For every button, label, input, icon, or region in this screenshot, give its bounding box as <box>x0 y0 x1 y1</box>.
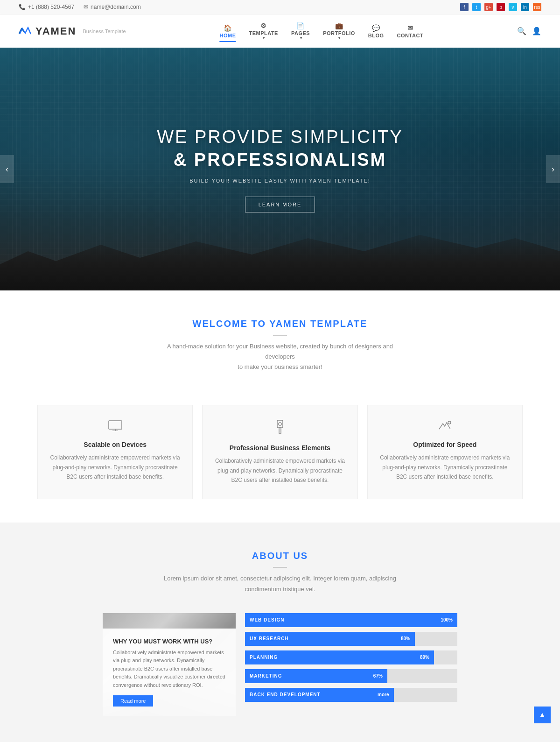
skill-name-0: WEB DESIGN <box>250 617 284 622</box>
svg-point-6 <box>448 421 451 424</box>
welcome-desc-line1: A hand-made solution for your Business w… <box>167 343 393 360</box>
nav-blog[interactable]: 💬 BLOG <box>363 21 390 41</box>
blog-icon: 💬 <box>372 24 380 32</box>
skill-name-1: UX RESEARCH <box>250 636 289 641</box>
about-desc-line2: condimentum tristique vel. <box>245 586 315 593</box>
social-icons: f t g+ p v in rss <box>460 3 541 11</box>
search-icon[interactable]: 🔍 <box>517 27 526 35</box>
vimeo-icon[interactable]: v <box>509 3 517 11</box>
email-address: name@domain.com <box>91 4 141 10</box>
feature-title-1: Professional Business Elements <box>214 444 346 452</box>
rss-icon[interactable]: rss <box>533 3 541 11</box>
hero-title-line1: WE PROVIDE SIMPLICITY <box>157 127 403 147</box>
skill-fill-2: PLANNING 89% <box>245 650 434 664</box>
about-description: Lorem ipsum dolor sit amet, consectetur … <box>159 573 401 594</box>
scroll-to-top-button[interactable]: ▲ <box>534 707 551 723</box>
linkedin-icon[interactable]: in <box>521 3 529 11</box>
hero-section: ‹ › WE PROVIDE SIMPLICITY & PROFESSIONAL… <box>0 48 560 290</box>
about-card: WHY YOU MUST WORK WITH US? Collaborative… <box>103 629 236 716</box>
skill-pct-0: 100% <box>441 617 453 622</box>
pages-icon: 📄 <box>296 22 305 29</box>
header: YAMEN Business Template 🏠 HOME ⚙ TEMPLAT… <box>0 14 560 48</box>
svg-rect-0 <box>109 421 122 429</box>
email-contact: ✉ name@domain.com <box>84 4 141 10</box>
about-header: ABOUT US Lorem ipsum dolor sit amet, con… <box>19 551 541 594</box>
svg-point-4 <box>279 423 281 425</box>
about-desc-line1: Lorem ipsum dolor sit amet, consectetur … <box>164 575 396 582</box>
skill-fill-1: UX RESEARCH 80% <box>245 632 415 646</box>
read-more-button[interactable]: Read more <box>113 695 153 707</box>
skill-backend: BACK END DEVELOPMENT more <box>245 688 457 702</box>
hero-prev-arrow[interactable]: ‹ <box>0 155 14 183</box>
about-skills: WEB DESIGN 100% UX RESEARCH 80% PLANNING <box>236 613 457 716</box>
about-card-title: WHY YOU MUST WORK WITH US? <box>113 638 225 645</box>
top-bar-contact: 📞 +1 (888) 520-4567 ✉ name@domain.com <box>19 4 141 10</box>
skill-name-4: BACK END DEVELOPMENT <box>250 692 321 697</box>
nav-home-label: HOME <box>219 33 236 38</box>
skill-pct-3: 67% <box>373 673 383 678</box>
nav-pages[interactable]: 📄 PAGES ▾ <box>286 19 315 43</box>
nav-utilities: 🔍 👤 <box>517 27 541 35</box>
skill-name-2: PLANNING <box>250 655 278 660</box>
portfolio-arrow: ▾ <box>338 36 341 40</box>
nav-contact-label: CONTACT <box>397 33 423 38</box>
about-image-column: WHY YOU MUST WORK WITH US? Collaborative… <box>103 613 236 716</box>
speed-icon <box>379 419 511 434</box>
hero-title-line2: & PROFESSIONALISM <box>174 150 386 170</box>
skill-track-2: PLANNING 89% <box>245 650 457 664</box>
about-content: WHY YOU MUST WORK WITH US? Collaborative… <box>103 613 457 716</box>
phone-icon: 📞 <box>19 4 26 10</box>
svg-rect-3 <box>277 420 283 428</box>
feature-desc-0: Collaboratively administrate empowered m… <box>49 453 181 481</box>
skill-fill-3: MARKETING 67% <box>245 669 387 683</box>
hero-next-arrow[interactable]: › <box>546 155 560 183</box>
business-icon <box>214 419 346 438</box>
pinterest-icon[interactable]: p <box>497 3 505 11</box>
skill-ux-research: UX RESEARCH 80% <box>245 632 457 646</box>
user-icon[interactable]: 👤 <box>532 27 541 35</box>
skill-track-4: BACK END DEVELOPMENT more <box>245 688 457 702</box>
skill-fill-0: WEB DESIGN 100% <box>245 613 457 627</box>
contact-icon: ✉ <box>407 24 413 32</box>
about-title: ABOUT US <box>19 551 541 561</box>
pages-arrow: ▾ <box>300 36 302 40</box>
skill-marketing: MARKETING 67% <box>245 669 457 683</box>
skill-planning: PLANNING 89% <box>245 650 457 664</box>
hero-content: WE PROVIDE SIMPLICITY & PROFESSIONALISM … <box>157 126 403 213</box>
skill-name-3: MARKETING <box>250 673 282 678</box>
template-arrow: ▾ <box>263 36 265 40</box>
googleplus-icon[interactable]: g+ <box>484 3 493 11</box>
nav-template-label: TEMPLATE <box>249 30 278 36</box>
welcome-desc-line2: to make your business smarter! <box>238 363 322 370</box>
main-nav: 🏠 HOME ⚙ TEMPLATE ▾ 📄 PAGES ▾ 💼 PORTFOLI… <box>214 19 429 43</box>
twitter-icon[interactable]: t <box>472 3 481 11</box>
email-icon: ✉ <box>84 4 88 10</box>
feature-desc-1: Collaboratively administrate empowered m… <box>214 456 346 485</box>
skill-pct-4: more <box>378 692 389 697</box>
facebook-icon[interactable]: f <box>460 3 469 11</box>
home-icon: 🏠 <box>224 24 232 32</box>
top-bar: 📞 +1 (888) 520-4567 ✉ name@domain.com f … <box>0 0 560 14</box>
skill-web-design: WEB DESIGN 100% <box>245 613 457 627</box>
nav-home[interactable]: 🏠 HOME <box>214 21 241 41</box>
nav-portfolio[interactable]: 💼 PORTFOLIO ▾ <box>317 19 361 43</box>
nav-template[interactable]: ⚙ TEMPLATE ▾ <box>243 19 283 43</box>
phone-number: +1 (888) 520-4567 <box>28 4 74 10</box>
template-icon: ⚙ <box>260 22 267 29</box>
about-divider <box>273 567 287 568</box>
welcome-section: WELCOME TO YAMEN TEMPLATE A hand-made so… <box>0 290 560 396</box>
logo: YAMEN Business Template <box>19 25 126 37</box>
portfolio-icon: 💼 <box>335 22 343 29</box>
hero-learn-more-button[interactable]: LEARN MORE <box>245 197 315 212</box>
skill-pct-1: 80% <box>401 636 410 641</box>
phone-contact: 📞 +1 (888) 520-4567 <box>19 4 74 10</box>
welcome-title: WELCOME TO YAMEN TEMPLATE <box>19 318 541 329</box>
feature-card-2: Optimized for Speed Collaboratively admi… <box>367 405 523 499</box>
device-icon <box>49 419 181 434</box>
skill-track-3: MARKETING 67% <box>245 669 457 683</box>
hero-subtitle: BUILD YOUR WEBSITE EASILY WITH YAMEN TEM… <box>157 178 403 184</box>
features-row: Scalable on Devices Collaboratively admi… <box>0 396 560 523</box>
logo-graphic <box>19 27 32 36</box>
logo-subtitle: Business Template <box>83 28 126 34</box>
nav-contact[interactable]: ✉ CONTACT <box>392 21 429 41</box>
